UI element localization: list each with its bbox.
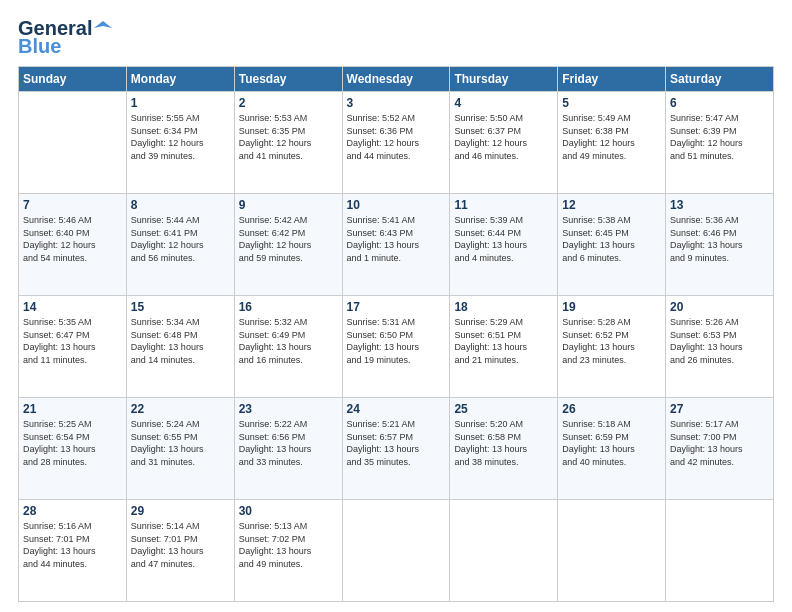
day-number: 18 — [454, 300, 553, 314]
day-number: 16 — [239, 300, 338, 314]
calendar-page: General Blue SundayMondayTuesdayWednesda… — [0, 0, 792, 612]
day-info: Sunrise: 5:32 AM Sunset: 6:49 PM Dayligh… — [239, 316, 338, 366]
day-info: Sunrise: 5:16 AM Sunset: 7:01 PM Dayligh… — [23, 520, 122, 570]
logo-bird-icon — [94, 21, 112, 35]
day-info: Sunrise: 5:28 AM Sunset: 6:52 PM Dayligh… — [562, 316, 661, 366]
day-number: 9 — [239, 198, 338, 212]
day-number: 5 — [562, 96, 661, 110]
day-number: 11 — [454, 198, 553, 212]
day-number: 4 — [454, 96, 553, 110]
calendar-cell: 1Sunrise: 5:55 AM Sunset: 6:34 PM Daylig… — [126, 92, 234, 194]
day-number: 7 — [23, 198, 122, 212]
calendar-cell — [342, 500, 450, 602]
calendar-cell — [450, 500, 558, 602]
day-info: Sunrise: 5:42 AM Sunset: 6:42 PM Dayligh… — [239, 214, 338, 264]
day-number: 8 — [131, 198, 230, 212]
day-info: Sunrise: 5:50 AM Sunset: 6:37 PM Dayligh… — [454, 112, 553, 162]
day-number: 30 — [239, 504, 338, 518]
day-number: 10 — [347, 198, 446, 212]
day-info: Sunrise: 5:21 AM Sunset: 6:57 PM Dayligh… — [347, 418, 446, 468]
calendar-cell: 23Sunrise: 5:22 AM Sunset: 6:56 PM Dayli… — [234, 398, 342, 500]
day-info: Sunrise: 5:13 AM Sunset: 7:02 PM Dayligh… — [239, 520, 338, 570]
day-info: Sunrise: 5:38 AM Sunset: 6:45 PM Dayligh… — [562, 214, 661, 264]
day-info: Sunrise: 5:29 AM Sunset: 6:51 PM Dayligh… — [454, 316, 553, 366]
day-number: 20 — [670, 300, 769, 314]
day-info: Sunrise: 5:20 AM Sunset: 6:58 PM Dayligh… — [454, 418, 553, 468]
calendar-cell: 12Sunrise: 5:38 AM Sunset: 6:45 PM Dayli… — [558, 194, 666, 296]
day-number: 12 — [562, 198, 661, 212]
logo-blue: Blue — [18, 36, 61, 56]
calendar-cell: 22Sunrise: 5:24 AM Sunset: 6:55 PM Dayli… — [126, 398, 234, 500]
week-row-5: 28Sunrise: 5:16 AM Sunset: 7:01 PM Dayli… — [19, 500, 774, 602]
day-number: 1 — [131, 96, 230, 110]
calendar-cell: 13Sunrise: 5:36 AM Sunset: 6:46 PM Dayli… — [666, 194, 774, 296]
day-header-sunday: Sunday — [19, 67, 127, 92]
calendar-cell — [666, 500, 774, 602]
logo: General Blue — [18, 18, 112, 56]
day-number: 21 — [23, 402, 122, 416]
day-info: Sunrise: 5:24 AM Sunset: 6:55 PM Dayligh… — [131, 418, 230, 468]
day-number: 2 — [239, 96, 338, 110]
day-number: 13 — [670, 198, 769, 212]
day-header-thursday: Thursday — [450, 67, 558, 92]
day-number: 29 — [131, 504, 230, 518]
day-number: 3 — [347, 96, 446, 110]
calendar-cell: 7Sunrise: 5:46 AM Sunset: 6:40 PM Daylig… — [19, 194, 127, 296]
day-info: Sunrise: 5:55 AM Sunset: 6:34 PM Dayligh… — [131, 112, 230, 162]
day-number: 23 — [239, 402, 338, 416]
day-info: Sunrise: 5:41 AM Sunset: 6:43 PM Dayligh… — [347, 214, 446, 264]
calendar-cell: 16Sunrise: 5:32 AM Sunset: 6:49 PM Dayli… — [234, 296, 342, 398]
day-info: Sunrise: 5:14 AM Sunset: 7:01 PM Dayligh… — [131, 520, 230, 570]
day-number: 28 — [23, 504, 122, 518]
calendar-cell: 9Sunrise: 5:42 AM Sunset: 6:42 PM Daylig… — [234, 194, 342, 296]
calendar-cell: 18Sunrise: 5:29 AM Sunset: 6:51 PM Dayli… — [450, 296, 558, 398]
day-number: 25 — [454, 402, 553, 416]
calendar-cell — [19, 92, 127, 194]
svg-marker-0 — [94, 21, 112, 28]
calendar-cell: 11Sunrise: 5:39 AM Sunset: 6:44 PM Dayli… — [450, 194, 558, 296]
day-info: Sunrise: 5:22 AM Sunset: 6:56 PM Dayligh… — [239, 418, 338, 468]
day-number: 27 — [670, 402, 769, 416]
day-number: 14 — [23, 300, 122, 314]
day-info: Sunrise: 5:49 AM Sunset: 6:38 PM Dayligh… — [562, 112, 661, 162]
calendar-cell: 24Sunrise: 5:21 AM Sunset: 6:57 PM Dayli… — [342, 398, 450, 500]
calendar-cell — [558, 500, 666, 602]
day-info: Sunrise: 5:44 AM Sunset: 6:41 PM Dayligh… — [131, 214, 230, 264]
page-header: General Blue — [18, 18, 774, 56]
day-number: 26 — [562, 402, 661, 416]
day-number: 22 — [131, 402, 230, 416]
day-info: Sunrise: 5:39 AM Sunset: 6:44 PM Dayligh… — [454, 214, 553, 264]
calendar-cell: 15Sunrise: 5:34 AM Sunset: 6:48 PM Dayli… — [126, 296, 234, 398]
calendar-cell: 20Sunrise: 5:26 AM Sunset: 6:53 PM Dayli… — [666, 296, 774, 398]
calendar-cell: 25Sunrise: 5:20 AM Sunset: 6:58 PM Dayli… — [450, 398, 558, 500]
calendar-cell: 17Sunrise: 5:31 AM Sunset: 6:50 PM Dayli… — [342, 296, 450, 398]
day-number: 24 — [347, 402, 446, 416]
calendar-cell: 2Sunrise: 5:53 AM Sunset: 6:35 PM Daylig… — [234, 92, 342, 194]
day-info: Sunrise: 5:47 AM Sunset: 6:39 PM Dayligh… — [670, 112, 769, 162]
day-info: Sunrise: 5:31 AM Sunset: 6:50 PM Dayligh… — [347, 316, 446, 366]
day-header-saturday: Saturday — [666, 67, 774, 92]
calendar-cell: 21Sunrise: 5:25 AM Sunset: 6:54 PM Dayli… — [19, 398, 127, 500]
calendar-cell: 10Sunrise: 5:41 AM Sunset: 6:43 PM Dayli… — [342, 194, 450, 296]
calendar-cell: 14Sunrise: 5:35 AM Sunset: 6:47 PM Dayli… — [19, 296, 127, 398]
day-header-tuesday: Tuesday — [234, 67, 342, 92]
day-info: Sunrise: 5:17 AM Sunset: 7:00 PM Dayligh… — [670, 418, 769, 468]
calendar-table: SundayMondayTuesdayWednesdayThursdayFrid… — [18, 66, 774, 602]
day-header-friday: Friday — [558, 67, 666, 92]
calendar-cell: 27Sunrise: 5:17 AM Sunset: 7:00 PM Dayli… — [666, 398, 774, 500]
day-header-wednesday: Wednesday — [342, 67, 450, 92]
calendar-cell: 6Sunrise: 5:47 AM Sunset: 6:39 PM Daylig… — [666, 92, 774, 194]
day-number: 19 — [562, 300, 661, 314]
week-row-2: 7Sunrise: 5:46 AM Sunset: 6:40 PM Daylig… — [19, 194, 774, 296]
day-info: Sunrise: 5:52 AM Sunset: 6:36 PM Dayligh… — [347, 112, 446, 162]
week-row-4: 21Sunrise: 5:25 AM Sunset: 6:54 PM Dayli… — [19, 398, 774, 500]
day-number: 6 — [670, 96, 769, 110]
day-info: Sunrise: 5:34 AM Sunset: 6:48 PM Dayligh… — [131, 316, 230, 366]
week-row-1: 1Sunrise: 5:55 AM Sunset: 6:34 PM Daylig… — [19, 92, 774, 194]
day-info: Sunrise: 5:25 AM Sunset: 6:54 PM Dayligh… — [23, 418, 122, 468]
day-info: Sunrise: 5:26 AM Sunset: 6:53 PM Dayligh… — [670, 316, 769, 366]
calendar-cell: 4Sunrise: 5:50 AM Sunset: 6:37 PM Daylig… — [450, 92, 558, 194]
day-info: Sunrise: 5:36 AM Sunset: 6:46 PM Dayligh… — [670, 214, 769, 264]
day-number: 17 — [347, 300, 446, 314]
calendar-cell: 29Sunrise: 5:14 AM Sunset: 7:01 PM Dayli… — [126, 500, 234, 602]
